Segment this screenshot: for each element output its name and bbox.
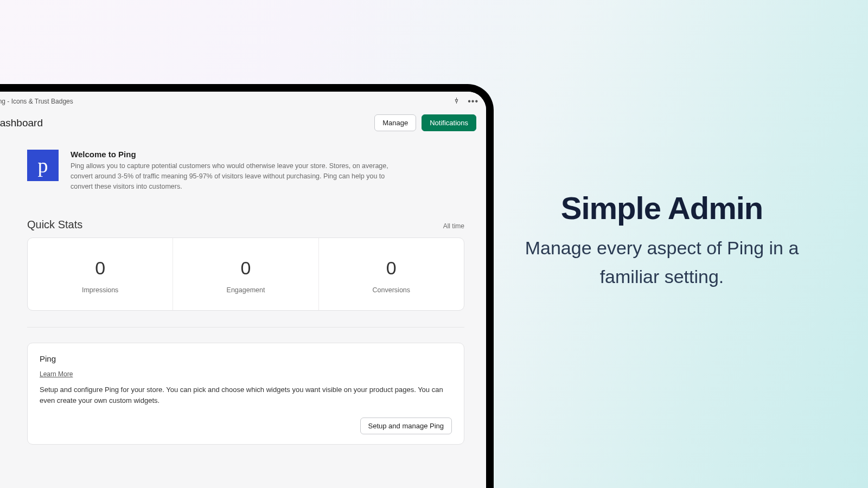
stat-impressions: 0 Impressions (28, 238, 173, 310)
page-title: Dashboard (0, 117, 43, 129)
more-icon[interactable]: ••• (468, 97, 478, 106)
stat-value: 0 (324, 258, 458, 279)
card-title: Ping (40, 354, 452, 363)
stats-grid: 0 Impressions 0 Engagement 0 Conversions (27, 237, 464, 311)
learn-more-link[interactable]: Learn More (40, 370, 73, 378)
card-description: Setup and configure Ping for your store.… (40, 384, 452, 406)
page-header: Dashboard Manage Notifications (0, 111, 486, 137)
device-frame: Ping - Icons & Trust Badges ••• Dashboar… (0, 84, 494, 488)
stat-conversions: 0 Conversions (319, 238, 464, 310)
ping-logo-icon: p (27, 150, 59, 181)
stats-header: Quick Stats All time (27, 219, 464, 231)
welcome-body: Ping allows you to capture potential cus… (71, 161, 407, 191)
stat-label: Conversions (324, 286, 458, 294)
setup-manage-ping-button[interactable]: Setup and manage Ping (360, 418, 452, 434)
divider (27, 327, 464, 328)
stat-label: Impressions (33, 286, 167, 294)
promo-title: Simple Admin (515, 190, 808, 226)
stats-title: Quick Stats (27, 219, 82, 231)
ping-setup-card: Ping Learn More Setup and configure Ping… (27, 343, 464, 444)
topbar: Ping - Icons & Trust Badges ••• (0, 92, 486, 111)
stat-value: 0 (33, 258, 167, 279)
manage-button[interactable]: Manage (374, 114, 416, 131)
app-window: Ping - Icons & Trust Badges ••• Dashboar… (0, 92, 486, 488)
app-name: Ping - Icons & Trust Badges (0, 98, 73, 105)
stats-scope: All time (443, 222, 464, 230)
promo-text: Simple Admin Manage every aspect of Ping… (515, 190, 808, 291)
promo-subtitle: Manage every aspect of Ping in a familia… (515, 234, 808, 291)
stat-engagement: 0 Engagement (173, 238, 318, 310)
welcome-section: p Welcome to Ping Ping allows you to cap… (27, 150, 464, 191)
pin-icon[interactable] (453, 97, 460, 106)
welcome-title: Welcome to Ping (71, 150, 407, 159)
notifications-button[interactable]: Notifications (422, 114, 476, 131)
stat-value: 0 (178, 258, 312, 279)
stat-label: Engagement (178, 286, 312, 294)
